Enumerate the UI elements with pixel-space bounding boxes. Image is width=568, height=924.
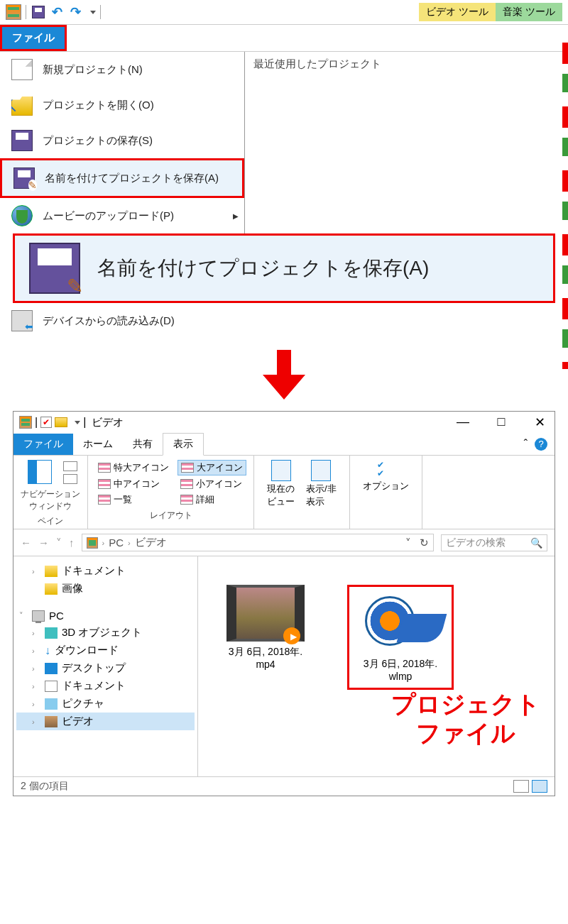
navigation-pane-icon	[28, 460, 52, 484]
layout-small[interactable]: 小アイコン	[178, 477, 246, 491]
tree-pictures[interactable]: 画像	[16, 580, 195, 598]
tree-documents2[interactable]: ›ドキュメント	[16, 677, 195, 695]
address-bar[interactable]: › PC › ビデオ ˅ ↻	[82, 534, 435, 551]
tab-home[interactable]: ホーム	[73, 434, 123, 455]
quick-access-toolbar: ↶ ↷ ビデオ ツール 音楽 ツール	[0, 0, 568, 24]
medium-icons-icon	[98, 479, 111, 489]
qat-undo-button[interactable]: ↶	[49, 4, 65, 20]
file-name: 3月 6日, 2018年. mp4	[229, 646, 302, 670]
music-tools-tab[interactable]: 音楽 ツール	[496, 3, 562, 21]
tree-videos[interactable]: ›ビデオ	[16, 713, 195, 730]
show-hide-button[interactable]: 表示/非 表示	[300, 460, 342, 508]
layout-medium[interactable]: 中アイコン	[95, 477, 172, 491]
tree-pc[interactable]: ˅PC	[16, 607, 195, 624]
pc-icon	[32, 610, 45, 622]
tree-downloads[interactable]: ›↓ダウンロード	[16, 642, 195, 659]
video-folder-icon	[19, 416, 32, 429]
tab-share[interactable]: 共有	[123, 434, 163, 455]
tab-file[interactable]: ファイル	[13, 434, 73, 455]
tree-3d-objects[interactable]: ›3D オブジェクト	[16, 624, 195, 642]
menu-label: ムービーのアップロード(P)	[43, 209, 174, 223]
qat-save-button[interactable]	[31, 4, 46, 20]
menu-new-project[interactable]: 新規プロジェクト(N)	[0, 52, 244, 87]
view-large-icons-toggle[interactable]	[532, 780, 547, 793]
annotation-label: プロジェクト ファイル	[391, 690, 540, 748]
video-thumbnail-icon	[226, 585, 305, 642]
options-button[interactable]: オプション	[357, 460, 415, 493]
ribbon-tabs: ファイル ホーム 共有 表示 ˆ ?	[13, 433, 555, 456]
navigation-pane-button[interactable]	[22, 460, 58, 484]
video-tools-tab[interactable]: ビデオ ツール	[419, 3, 496, 21]
separator	[26, 5, 26, 19]
navigation-tree[interactable]: ›ドキュメント 画像 ˅PC ›3D オブジェクト ›↓ダウンロード ›デスクト…	[13, 556, 198, 776]
flow-arrow-down	[0, 350, 568, 400]
breadcrumb-separator: ›	[102, 539, 105, 547]
tab-view[interactable]: 表示	[163, 433, 204, 456]
menu-upload-movie[interactable]: ムービーのアップロード(P)	[0, 198, 244, 233]
file-mp4[interactable]: 3月 6日, 2018年. mp4	[212, 585, 319, 670]
view-details-toggle[interactable]	[513, 780, 529, 793]
menu-label: プロジェクトを開く(O)	[43, 99, 154, 112]
explorer-title-bar: | ✔ | ビデオ — □ ✕	[13, 412, 555, 433]
details-pane-toggle[interactable]	[63, 474, 77, 484]
nav-forward-button[interactable]: →	[38, 537, 49, 549]
movie-maker-project-icon	[358, 593, 443, 654]
layout-list[interactable]: 一覧	[95, 493, 172, 507]
tree-documents[interactable]: ›ドキュメント	[16, 562, 195, 580]
explorer-window: | ✔ | ビデオ — □ ✕ ファイル ホーム 共有 表示 ˆ ?	[13, 411, 555, 796]
menu-save-project-as[interactable]: 名前を付けてプロジェクトを保存(A)	[0, 158, 244, 198]
qat-customize-dropdown[interactable]	[90, 11, 96, 14]
3d-objects-icon	[45, 627, 58, 639]
minimize-button[interactable]: —	[454, 414, 472, 430]
explorer-body: ›ドキュメント 画像 ˅PC ›3D オブジェクト ›↓ダウンロード ›デスクト…	[13, 556, 555, 776]
recent-projects-header: 最近使用したプロジェクト	[253, 57, 559, 71]
current-view-button[interactable]: 現在の ビュー	[261, 460, 300, 508]
breadcrumb-pc[interactable]: PC	[109, 537, 124, 549]
window-title: ビデオ	[92, 416, 124, 429]
videos-icon	[45, 716, 58, 727]
options-icon	[376, 460, 395, 480]
preview-pane-toggle[interactable]	[63, 461, 77, 471]
save-icon	[11, 130, 33, 151]
tree-desktop[interactable]: ›デスクトップ	[16, 659, 195, 677]
current-view-icon	[271, 460, 291, 481]
menu-label: プロジェクトの保存(S)	[43, 134, 153, 148]
large-icons-icon	[181, 463, 194, 473]
layout-details[interactable]: 詳細	[178, 493, 246, 507]
maximize-button[interactable]: □	[492, 414, 510, 430]
nav-back-button[interactable]: ←	[21, 537, 31, 549]
menu-import-from-device[interactable]: デバイスからの読み込み(D)	[0, 303, 245, 339]
ribbon-group-pane: ナビゲーション ウィンドウ ペイン	[13, 456, 88, 529]
collapse-ribbon-button[interactable]: ˆ	[524, 438, 528, 451]
nav-pane-label: ナビゲーション ウィンドウ	[21, 488, 80, 512]
help-button[interactable]: ?	[535, 438, 547, 451]
close-button[interactable]: ✕	[530, 414, 549, 430]
breadcrumb-videos[interactable]: ビデオ	[135, 536, 167, 549]
menu-save-project[interactable]: プロジェクトの保存(S)	[0, 123, 244, 158]
layout-extra-large[interactable]: 特大アイコン	[95, 460, 172, 475]
ribbon-view: ナビゲーション ウィンドウ ペイン 特大アイコン 大アイコン 中アイコン 小アイ…	[13, 456, 555, 529]
address-dropdown[interactable]: ˅	[405, 537, 411, 549]
desktop-icon	[45, 663, 58, 674]
group-label: ペイン	[38, 515, 63, 527]
status-bar: 2 個の項目	[13, 776, 555, 796]
folder-icon	[45, 566, 58, 577]
refresh-button[interactable]: ↻	[420, 537, 429, 549]
tree-pictures2[interactable]: ›ピクチャ	[16, 695, 195, 713]
search-input[interactable]: ビデオの検索 🔍	[441, 534, 547, 551]
save-as-icon	[13, 167, 35, 189]
show-hide-icon	[311, 460, 331, 481]
address-bar-row: ← → ˅ ↑ › PC › ビデオ ˅ ↻ ビデオの検索 🔍	[13, 529, 555, 556]
qat-dropdown[interactable]	[75, 421, 80, 424]
menu-open-project[interactable]: プロジェクトを開く(O)	[0, 87, 244, 123]
checkbox-icon[interactable]: ✔	[40, 417, 52, 428]
file-list-pane[interactable]: 3月 6日, 2018年. mp4 3月 6日, 2018年. wlmp プロジ…	[198, 556, 555, 776]
pictures-icon	[45, 698, 58, 710]
file-wlmp[interactable]: 3月 6日, 2018年. wlmp	[347, 585, 454, 690]
qat-redo-button[interactable]: ↷	[67, 4, 83, 20]
file-menu-tab[interactable]: ファイル	[0, 25, 67, 51]
nav-history-dropdown[interactable]: ˅	[56, 537, 62, 549]
save-as-icon	[29, 243, 80, 294]
layout-large[interactable]: 大アイコン	[178, 460, 246, 475]
nav-up-button[interactable]: ↑	[69, 537, 75, 549]
